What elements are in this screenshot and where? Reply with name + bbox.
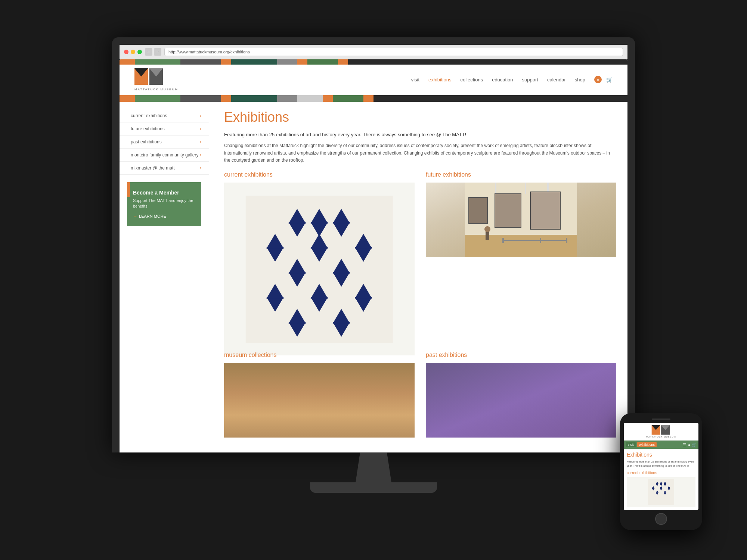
traffic-lights [124, 50, 142, 54]
mobile-user-icon[interactable]: ● [688, 443, 690, 447]
sidebar-item-future[interactable]: future exhibitions › [120, 122, 209, 136]
logo[interactable]: MATTATUCK MUSEUM [134, 68, 178, 91]
color-seg-7 [297, 59, 307, 65]
mobile-exhibitions-btn[interactable]: exhibitions [637, 442, 657, 447]
mobile-device: MATTATUCK MUSEUM visit exhibitions ☰ ● 🛒… [620, 413, 702, 530]
collections-title: museum collections [224, 352, 415, 358]
site-header: MATTATUCK MUSEUM visit exhibitions colle… [120, 65, 627, 95]
svg-rect-34 [525, 183, 526, 194]
mobile-visit-btn[interactable]: visit [626, 442, 636, 447]
sidebar-link-current[interactable]: current exhibitions › [120, 109, 209, 122]
maximize-button[interactable] [137, 50, 142, 54]
member-learn-more-link[interactable]: → LEARN MORE [133, 214, 195, 219]
arrow-icon: › [200, 139, 201, 144]
color-seg-5 [231, 59, 277, 65]
sidebar: current exhibitions › future exhibitions… [120, 102, 209, 453]
mobile-speaker [652, 419, 670, 420]
svg-rect-40 [486, 232, 489, 240]
color-seg-6 [277, 59, 297, 65]
mobile-intro-text: Featuring more than 25 exhibitions of ar… [627, 460, 695, 468]
svg-rect-37 [495, 194, 521, 227]
arrow-icon: › [200, 165, 201, 171]
monitor-stand-neck [351, 452, 396, 482]
svg-rect-33 [495, 183, 496, 194]
sidebar-item-current[interactable]: current exhibitions › [120, 109, 209, 122]
past-exhibitions-title: past exhibitions [426, 352, 616, 358]
forward-button[interactable]: → [154, 48, 161, 56]
mobile-nav-bar: visit exhibitions ☰ ● 🛒 [624, 441, 698, 449]
user-icon[interactable]: ● [594, 76, 602, 83]
close-button[interactable] [124, 50, 128, 54]
sidebar-link-future[interactable]: future exhibitions › [120, 122, 209, 135]
second-color-bar [120, 95, 627, 102]
intro-text: Featuring more than 25 exhibitions of ar… [224, 131, 616, 139]
mobile-menu-icon[interactable]: ☰ [683, 442, 686, 447]
minimize-button[interactable] [131, 50, 135, 54]
mobile-logo-bar: MATTATUCK MUSEUM [624, 423, 698, 441]
logo-icon [134, 68, 164, 87]
page-layout: current exhibitions › future exhibitions… [120, 102, 627, 453]
nav-support[interactable]: support [522, 77, 538, 83]
color-seg-9 [338, 59, 348, 65]
member-title: Become a Member [133, 190, 195, 196]
past-exhibitions-section: past exhibitions [426, 352, 616, 438]
url-bar[interactable]: http://www.mattatuckmuseum.org/exhibitio… [164, 48, 623, 56]
browser-nav: ← → [145, 48, 161, 56]
mobile-content: Exhibitions Featuring more than 25 exhib… [624, 449, 698, 510]
svg-rect-42 [502, 238, 504, 243]
svg-rect-32 [465, 235, 577, 257]
color-seg-2 [135, 59, 180, 65]
cart-icon[interactable]: 🛒 [606, 77, 613, 83]
mobile-logo-text: MATTATUCK MUSEUM [646, 436, 676, 438]
nav-education[interactable]: education [492, 77, 513, 83]
sidebar-item-past[interactable]: past exhibitions › [120, 136, 209, 149]
sidebar-link-monteiro[interactable]: monteiro family community gallery › [120, 149, 209, 161]
website-screen: MATTATUCK MUSEUM visit exhibitions colle… [120, 59, 627, 453]
member-box: Become a Member Support The MATT and enj… [127, 182, 201, 227]
mobile-section-title: current exhibitions [627, 471, 695, 475]
future-exhibitions-title: future exhibitions [426, 171, 616, 178]
current-exhibitions-title: current exhibitions [224, 171, 415, 178]
sidebar-item-mixmaster[interactable]: mixmaster @ the matt › [120, 162, 209, 175]
page-title: Exhibitions [224, 109, 616, 125]
past-exhibitions-image[interactable] [426, 363, 616, 438]
current-exhibitions-image[interactable] [224, 183, 415, 356]
browser-chrome: ← → http://www.mattatuckmuseum.org/exhib… [120, 45, 627, 59]
svg-point-39 [484, 226, 490, 232]
logo-text: MATTATUCK MUSEUM [134, 88, 178, 91]
current-exhibitions-section: current exhibitions [224, 171, 415, 345]
svg-rect-43 [540, 238, 541, 243]
monitor-stand-base [310, 482, 437, 493]
mobile-screen: MATTATUCK MUSEUM visit exhibitions ☰ ● 🛒… [624, 423, 698, 510]
back-button[interactable]: ← [145, 48, 152, 56]
nav-visit[interactable]: visit [411, 77, 419, 83]
svg-rect-36 [469, 197, 487, 224]
future-exhibitions-image[interactable] [426, 183, 616, 257]
collections-section: museum collections [224, 352, 415, 438]
monitor-frame: ← → http://www.mattatuckmuseum.org/exhib… [112, 37, 635, 453]
sidebar-nav: current exhibitions › future exhibitions… [120, 109, 209, 175]
top-color-bar [120, 59, 627, 65]
mobile-page-title: Exhibitions [627, 452, 695, 458]
main-content: Exhibitions Featuring more than 25 exhib… [209, 102, 627, 453]
sidebar-link-mixmaster[interactable]: mixmaster @ the matt › [120, 162, 209, 174]
sidebar-item-monteiro[interactable]: monteiro family community gallery › [120, 149, 209, 162]
color-seg-3 [180, 59, 221, 65]
svg-rect-44 [566, 238, 567, 243]
future-exhibitions-section: future exhibitions [426, 171, 616, 345]
mobile-art-image [627, 477, 695, 507]
color-seg-10 [348, 59, 627, 65]
collections-image[interactable] [224, 363, 415, 438]
member-arrow-icon: → [133, 214, 137, 219]
nav-calendar[interactable]: calendar [547, 77, 566, 83]
nav-exhibitions[interactable]: exhibitions [428, 77, 451, 83]
sidebar-link-past[interactable]: past exhibitions › [120, 136, 209, 148]
color-seg-4 [221, 59, 231, 65]
nav-shop[interactable]: shop [575, 77, 585, 83]
nav-collections[interactable]: collections [460, 77, 483, 83]
color-seg-1 [120, 59, 135, 65]
mobile-home-button[interactable] [655, 513, 667, 525]
mobile-cart-icon[interactable]: 🛒 [692, 443, 696, 447]
main-navigation: visit exhibitions collections education … [411, 76, 613, 83]
mobile-frame: MATTATUCK MUSEUM visit exhibitions ☰ ● 🛒… [620, 413, 702, 530]
